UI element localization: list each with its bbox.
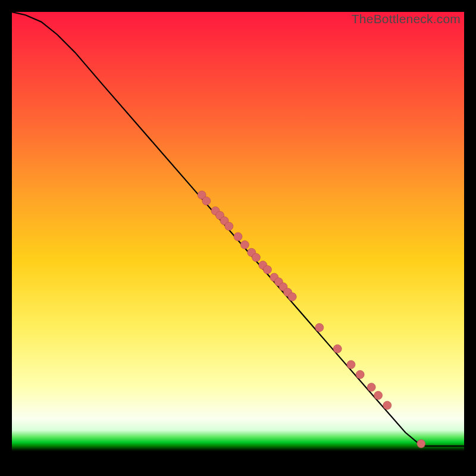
data-point xyxy=(263,265,271,274)
data-point xyxy=(288,293,296,301)
data-point xyxy=(333,345,342,353)
chart-svg xyxy=(12,12,464,464)
data-point xyxy=(315,324,324,332)
data-point xyxy=(252,253,260,262)
data-point xyxy=(240,240,249,249)
data-point xyxy=(202,197,211,205)
data-point xyxy=(234,233,242,241)
data-point xyxy=(356,371,364,379)
data-point xyxy=(383,401,392,409)
data-point xyxy=(367,383,375,392)
data-point xyxy=(347,361,355,369)
data-point xyxy=(225,222,233,230)
chart-frame: TheBottleneck.com xyxy=(0,0,476,476)
bottleneck-curve xyxy=(12,12,464,446)
data-point xyxy=(374,392,383,400)
data-points-group xyxy=(198,191,425,448)
plot-area: TheBottleneck.com xyxy=(12,12,464,464)
data-point xyxy=(417,440,425,448)
